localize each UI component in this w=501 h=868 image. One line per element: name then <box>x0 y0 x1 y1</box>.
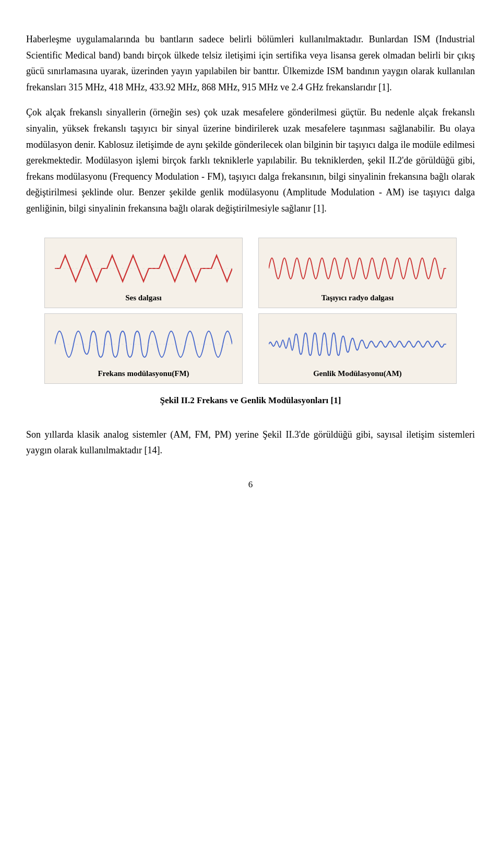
figure-ii2: Ses dalgası Taşıyıcı radyo dalgası <box>26 238 475 421</box>
figure-caption: Şekil II.2 Frekans ve Genlik Modülasyonl… <box>160 395 341 406</box>
tasiyici-svg <box>269 248 446 289</box>
am-svg <box>269 323 446 365</box>
am-label: Genlik Modülasyonu(AM) <box>313 369 402 378</box>
page-number: 6 <box>26 479 475 490</box>
paragraph-1: Haberleşme uygulamalarında bu bantların … <box>26 31 475 95</box>
am-panel: Genlik Modülasyonu(AM) <box>258 313 457 384</box>
tasiyici-label: Taşıyıcı radyo dalgası <box>321 294 394 302</box>
waves-bottom-row: Frekans modülasyonu(FM) Genlik Modülasyo… <box>26 313 475 384</box>
fm-panel: Frekans modülasyonu(FM) <box>44 313 243 384</box>
ses-dalgasi-svg <box>55 248 232 289</box>
page-content: Haberleşme uygulamalarında bu bantların … <box>26 0 475 532</box>
paragraph-2: Çok alçak frekanslı sinyallerin (örneğin… <box>26 104 475 216</box>
paragraph-3: Son yıllarda klasik analog sistemler (AM… <box>26 427 475 459</box>
ses-dalgasi-label: Ses dalgası <box>125 294 162 302</box>
tasiyici-panel: Taşıyıcı radyo dalgası <box>258 238 457 308</box>
ses-dalgasi-panel: Ses dalgası <box>44 238 243 308</box>
waves-top-row: Ses dalgası Taşıyıcı radyo dalgası <box>26 238 475 308</box>
fm-label: Frekans modülasyonu(FM) <box>98 369 189 378</box>
fm-svg <box>55 323 232 365</box>
